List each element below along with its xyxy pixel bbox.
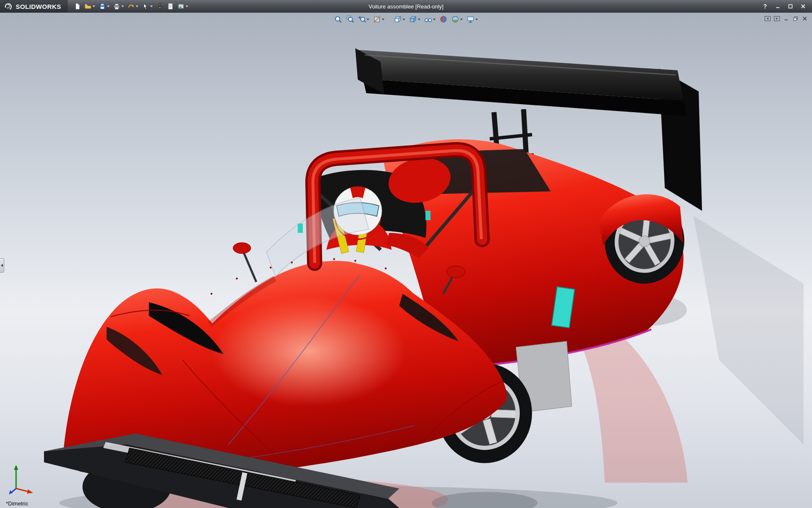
view-settings-monitor-icon	[466, 15, 475, 23]
hide-show-items-button[interactable]	[423, 14, 436, 24]
select-button[interactable]	[141, 2, 154, 11]
toggle-display-pane-button[interactable]	[773, 15, 781, 22]
triad-axes-icon	[8, 462, 35, 495]
view-settings-button[interactable]	[466, 14, 479, 24]
file-properties-button[interactable]	[166, 2, 175, 11]
document-title: Voiture assomblee [Read-only]	[368, 3, 443, 10]
minimize-icon	[784, 16, 789, 21]
solidworks-window: SOLIDWORKS	[0, 0, 812, 508]
orientation-triad	[8, 462, 35, 497]
dropdown-arrow-icon	[121, 6, 124, 7]
restore-icon	[793, 16, 798, 21]
document-restore-button[interactable]	[792, 15, 799, 22]
dropdown-arrow-icon	[107, 6, 110, 7]
toggle-feature-pane-button[interactable]	[764, 15, 771, 22]
pane-toggle-right-icon	[774, 16, 780, 21]
minimize-icon	[775, 4, 780, 9]
dropdown-arrow-icon	[93, 6, 95, 7]
previous-view-button[interactable]	[357, 14, 370, 24]
undo-arrow-icon	[128, 3, 134, 10]
document-minimize-button[interactable]	[782, 15, 790, 22]
select-cursor-icon	[142, 3, 149, 10]
hood-highlight	[211, 296, 406, 406]
dropdown-arrow-icon	[475, 19, 478, 20]
options-button[interactable]	[176, 2, 189, 11]
display-style-button[interactable]	[408, 14, 421, 24]
view-orientation-label: *Dimetric	[6, 500, 28, 507]
main-toolbar	[68, 2, 195, 11]
dropdown-arrow-icon	[150, 6, 153, 7]
chevron-left-icon	[1, 264, 3, 267]
save-disk-icon	[99, 3, 106, 10]
new-button[interactable]	[73, 2, 82, 11]
teal-accent	[298, 224, 303, 233]
document-window-controls	[764, 15, 809, 22]
zoom-to-fit-icon	[334, 15, 342, 23]
dropdown-arrow-icon	[433, 19, 436, 20]
model-3d-view[interactable]	[0, 13, 812, 508]
printer-icon	[113, 3, 120, 10]
teal-accent	[425, 211, 431, 220]
close-icon	[802, 16, 807, 21]
rebuild-traffic-light-icon	[156, 3, 163, 10]
dropdown-arrow-icon	[136, 6, 138, 7]
help-button[interactable]: ?	[761, 3, 769, 10]
zoom-to-area-icon	[346, 15, 354, 23]
open-button[interactable]	[83, 2, 96, 11]
undo-button[interactable]	[126, 2, 140, 11]
graphics-viewport[interactable]: *Dimetric	[0, 13, 812, 508]
appearance-sphere-icon	[439, 15, 447, 23]
maximize-icon	[788, 4, 793, 9]
pane-toggle-left-icon	[765, 16, 771, 21]
heads-up-toolbar	[333, 14, 479, 24]
dropdown-arrow-icon	[403, 19, 405, 20]
save-button[interactable]	[98, 2, 111, 11]
dropdown-arrow-icon	[460, 19, 463, 20]
rebuild-button[interactable]	[155, 2, 165, 11]
dropdown-arrow-icon	[186, 6, 188, 7]
maximize-button[interactable]	[787, 3, 794, 10]
dropdown-arrow-icon	[382, 19, 384, 20]
toolbar-separator	[387, 19, 391, 19]
minimize-button[interactable]	[774, 3, 782, 10]
mirror-stalk	[244, 252, 256, 282]
print-button[interactable]	[112, 2, 125, 11]
properties-sheet-icon	[167, 3, 174, 10]
zoom-to-area-button[interactable]	[345, 14, 355, 24]
display-style-icon	[409, 15, 417, 23]
zoom-to-fit-button[interactable]	[333, 14, 343, 24]
window-controls: ?	[761, 3, 812, 10]
new-document-icon	[74, 3, 81, 10]
3ds-logo-icon	[4, 2, 13, 11]
brand-name: SOLIDWORKS	[16, 3, 61, 10]
open-folder-icon	[85, 3, 91, 10]
titlebar: SOLIDWORKS	[0, 0, 812, 13]
edit-appearance-button[interactable]	[439, 14, 448, 24]
image-options-icon	[178, 3, 184, 10]
section-view-button[interactable]	[372, 14, 385, 24]
close-button[interactable]	[799, 3, 807, 10]
dropdown-arrow-icon	[418, 19, 420, 20]
apply-scene-button[interactable]	[450, 14, 464, 24]
close-icon	[801, 4, 806, 9]
document-close-button[interactable]	[801, 15, 809, 22]
right-mirror[interactable]	[447, 266, 465, 278]
section-view-icon	[373, 15, 381, 23]
left-mirror[interactable]	[233, 243, 251, 254]
feature-pane-handle[interactable]	[0, 258, 4, 273]
view-orientation-button[interactable]	[393, 14, 406, 24]
scene-sphere-icon	[451, 15, 459, 23]
previous-view-icon	[358, 15, 366, 23]
view-orientation-cube-icon	[394, 15, 402, 23]
dropdown-arrow-icon	[367, 19, 369, 20]
eyeglasses-icon	[424, 15, 432, 23]
solidworks-logo: SOLIDWORKS	[0, 0, 68, 13]
